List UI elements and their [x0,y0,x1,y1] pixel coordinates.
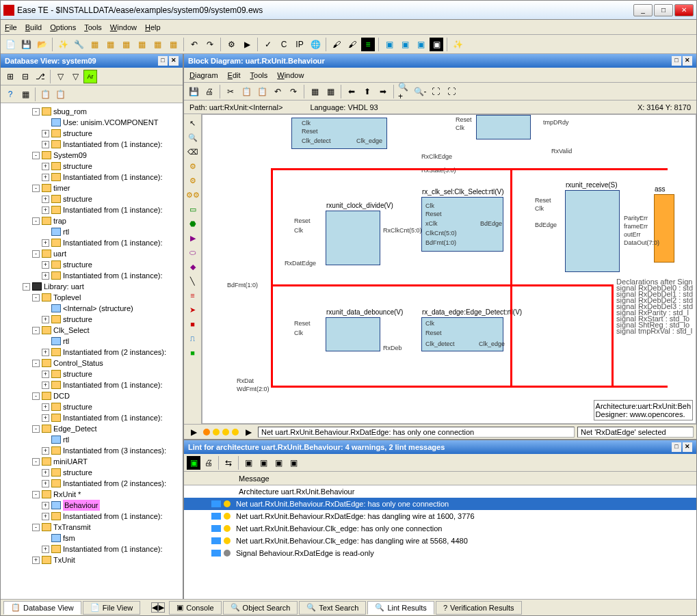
tree-node[interactable]: -sbug_rom [3,106,180,117]
diagram-close-button[interactable]: ✕ [683,56,692,66]
maximize-button[interactable]: □ [654,4,673,16]
oval-tool-icon[interactable]: ⬭ [187,246,199,258]
tri-tool-icon[interactable]: ▶ [187,232,199,244]
lint-f4-icon[interactable]: ▣ [287,456,300,470]
tree-node[interactable]: -Edge_Detect [3,423,180,434]
lint-f2-icon[interactable]: ▣ [257,456,270,470]
menu-file[interactable]: File [5,23,17,31]
sq-tool-icon[interactable]: ■ [187,347,199,359]
zoom-out-icon[interactable]: 🔍- [413,85,427,98]
minimize-button[interactable]: _ [633,4,653,16]
sheet2-icon[interactable]: ▦ [103,38,117,51]
arrow-tool-icon[interactable]: ➤ [187,304,199,316]
magic-icon[interactable]: ✨ [451,38,464,51]
close-button[interactable]: ✕ [674,4,694,16]
menu-build[interactable]: Build [25,23,42,31]
tree-node[interactable]: +Instantiated from (1 instance): [3,139,180,150]
expand-icon[interactable]: ⊞ [3,70,17,83]
lint-row[interactable]: Signal Behaviour.RxDatEdge is read-only [184,547,696,559]
grid-icon[interactable]: ▦ [18,88,32,101]
tree-node[interactable]: -DCD [3,390,180,401]
d-grid2-icon[interactable]: ▦ [324,85,337,98]
lint-term-icon[interactable]: ▣ [187,456,200,470]
paste-icon[interactable]: 📋 [53,88,67,101]
lint-row[interactable]: Net uart.RxUnit.Behaviour.Clk_edge: has … [184,522,696,535]
tab-scroll-left[interactable]: ◀ [151,602,158,613]
d-undo-icon[interactable]: ↶ [271,85,285,98]
tab-database-view[interactable]: 📋 Database View [3,601,81,615]
status-fwd-icon[interactable]: ▶ [241,425,255,439]
tree-node[interactable]: -System09 [3,150,180,161]
lint-row[interactable]: Net uart.RxUnit.Behaviour.Clk_edge: has … [184,535,696,547]
tab-scroll-right[interactable]: ▶ [158,602,165,613]
copy-icon[interactable]: 📋 [38,88,52,101]
nav-up-icon[interactable]: ⬆ [360,85,374,98]
sheet3-icon[interactable]: ▦ [119,38,133,51]
tree-node[interactable]: -Library: uart [3,281,180,292]
tree-node[interactable]: +Instantiated from (1 instance): [3,379,180,390]
ar-icon[interactable]: Ar [83,70,97,83]
tab-verification-results[interactable]: ? Verification Results [436,601,522,615]
tree-node[interactable]: -Clk_Select [3,325,180,336]
tree-node[interactable]: -timer [3,183,180,193]
hex-tool-icon[interactable]: ⬣ [187,217,199,230]
zoom-sel-icon[interactable]: ⛶ [445,85,458,98]
tree-node[interactable]: +Instantiated from (1 instance): [3,511,180,522]
tab-console[interactable]: ▣ Console [169,601,221,615]
nav-left-icon[interactable]: ⬅ [345,85,358,98]
tree-node[interactable]: +structure [3,259,180,270]
tree-node[interactable]: +Instantiated from (1 instance): [3,544,180,554]
eraser-icon[interactable]: ⌫ [187,146,199,158]
tree-node[interactable]: +Instantiated from (1 instance): [3,204,180,215]
tree-node[interactable]: -uart [3,248,180,259]
tree-node[interactable]: +Instantiated from (1 instance): [3,270,180,281]
stop-tool-icon[interactable]: ■ [187,318,199,330]
zoom-fit-icon[interactable]: ⛶ [429,85,443,98]
tree-node[interactable]: -Control_Status [3,358,180,369]
d-print-icon[interactable]: 🖨 [202,85,216,98]
win3-icon[interactable]: ▣ [414,38,428,51]
sheet1-icon[interactable]: ▦ [88,38,101,51]
cursor-icon[interactable]: ↖ [187,117,199,129]
globe-icon[interactable]: 🌐 [308,38,322,51]
tree-node[interactable]: -RxUnit * [3,489,180,500]
tree-node[interactable]: +Instantiated from (2 instances): [3,478,180,489]
wave-tool-icon[interactable]: ⎍ [187,332,199,345]
filter1-icon[interactable]: ▽ [53,70,67,83]
rect-tool-icon[interactable]: ▭ [187,203,199,215]
zoom-tool-icon[interactable]: 🔍 [187,131,199,144]
tab-file-view[interactable]: 📄 File View [83,601,140,615]
d-grid1-icon[interactable]: ▦ [308,85,321,98]
gear2-icon[interactable]: ⚙ [187,174,199,187]
d-redo-icon[interactable]: ↷ [287,85,300,98]
gear1-icon[interactable]: ⚙ [187,160,199,172]
lint-row[interactable]: Architecture uart.RxUnit.Behaviour [184,485,696,498]
d-paste-icon[interactable]: 📋 [255,85,269,98]
menu-diag-window[interactable]: Window [277,71,304,79]
nav-right-icon[interactable]: ➡ [376,85,390,98]
pane-maximize-button[interactable]: □ [158,56,168,66]
filter2-icon[interactable]: ▽ [68,70,82,83]
zoom-in-icon[interactable]: 🔍+ [397,85,411,98]
lint-f3-icon[interactable]: ▣ [272,456,285,470]
tree-node[interactable]: +structure [3,314,180,325]
menu-tools[interactable]: Tools [84,23,102,31]
line-tool-icon[interactable]: ╲ [187,275,199,287]
lines-tool-icon[interactable]: ≡ [187,289,199,302]
menu-help[interactable]: Help [145,23,161,31]
run-icon[interactable]: ▶ [240,38,254,51]
menu-diag-tools[interactable]: Tools [250,71,268,79]
menu-edit[interactable]: Edit [228,71,241,79]
win2-icon[interactable]: ▣ [398,38,412,51]
tree-node[interactable]: -miniUART [3,456,180,467]
tree-node[interactable]: +structure [3,369,180,379]
d-cut-icon[interactable]: ✂ [224,85,237,98]
check-icon[interactable]: ✓ [261,38,275,51]
menu-window[interactable]: Window [110,23,137,31]
brush1-icon[interactable]: 🖌 [330,38,343,51]
menu-options[interactable]: Options [50,23,76,31]
wizard-icon[interactable]: ✨ [56,38,70,51]
collapse-icon[interactable]: ⊟ [18,70,32,83]
tree-node[interactable]: -TxTransmit [3,522,180,533]
lint-filter-icon[interactable]: ⇆ [222,456,235,470]
